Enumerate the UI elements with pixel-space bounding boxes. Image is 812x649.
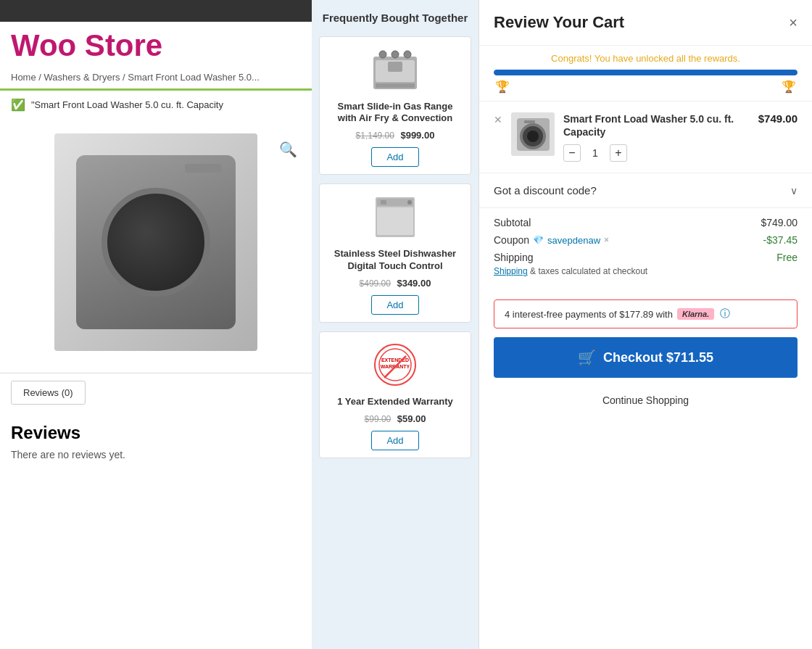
product-image-area: 🔍 bbox=[0, 119, 312, 365]
svg-point-4 bbox=[392, 51, 399, 58]
breadcrumb-text: Home / Washers & Dryers / Smart Front Lo… bbox=[11, 72, 260, 83]
breadcrumb: Home / Washers & Dryers / Smart Front Lo… bbox=[0, 66, 312, 91]
check-icon: ✅ bbox=[11, 98, 25, 112]
added-notice-text: "Smart Front Load Washer 5.0 cu. ft. Cap… bbox=[31, 99, 223, 110]
fbt-item-1-image bbox=[366, 44, 424, 95]
subtotal-value: $749.00 bbox=[761, 217, 798, 228]
subtotal-label: Subtotal bbox=[494, 217, 531, 228]
cart-close-button[interactable]: × bbox=[789, 15, 798, 31]
cart-item-remove-button[interactable]: ✕ bbox=[494, 114, 502, 125]
fbt-item-1-pricing: $1,149.00 $999.00 bbox=[327, 128, 463, 141]
reviews-heading: Reviews bbox=[11, 423, 301, 443]
zoom-icon[interactable]: 🔍 bbox=[279, 141, 297, 158]
rewards-bar-fill bbox=[494, 70, 798, 75]
rewards-progress-bar bbox=[494, 70, 798, 75]
checkout-button[interactable]: 🛒 Checkout $711.55 bbox=[494, 337, 798, 378]
cart-title: Review Your Cart bbox=[494, 13, 624, 32]
fbt-item-1-original-price: $1,149.00 bbox=[356, 131, 394, 141]
cart-items-list: ✕ Smart Front Load Washer 5.0 cu. ft. Ca… bbox=[479, 102, 812, 173]
fbt-item-3-sale-price: $59.00 bbox=[397, 413, 426, 424]
klarna-info-icon[interactable]: ⓘ bbox=[720, 307, 730, 321]
cart-item: ✕ Smart Front Load Washer 5.0 cu. ft. Ca… bbox=[494, 112, 798, 162]
continue-shopping: Continue Shopping bbox=[479, 386, 812, 414]
no-reviews-text: There are no reviews yet. bbox=[11, 449, 301, 460]
washer-body bbox=[76, 155, 236, 329]
fbt-item-3: EXTENDED WARRANTY 1 Year Extended Warran… bbox=[319, 331, 471, 458]
shipping-note: Shipping & taxes calculated at checkout bbox=[494, 266, 798, 276]
gem-icon: 💎 bbox=[533, 235, 544, 245]
svg-rect-9 bbox=[377, 207, 413, 235]
svg-point-11 bbox=[407, 200, 412, 204]
shipping-note-text: & taxes calculated at checkout bbox=[530, 266, 647, 276]
klarna-badge: Klarna. bbox=[677, 308, 714, 320]
quantity-decrease-button[interactable]: − bbox=[563, 144, 581, 162]
coupon-text: Coupon bbox=[494, 234, 529, 246]
dishwasher-icon bbox=[370, 194, 420, 241]
coupon-discount-value: -$37.45 bbox=[763, 234, 798, 246]
washer-drum bbox=[102, 188, 210, 297]
fbt-item-2: Stainless Steel Dishwasher Digital Touch… bbox=[319, 183, 471, 323]
trophy-left-icon: 🏆 bbox=[495, 80, 510, 94]
shipping-link[interactable]: Shipping bbox=[494, 266, 528, 276]
svg-point-19 bbox=[527, 131, 539, 142]
product-page: Woo Store Home / Washers & Dryers / Smar… bbox=[0, 0, 312, 649]
range-icon bbox=[370, 46, 420, 93]
frequently-bought-panel: Frequently Bought Together Smart Slide-i… bbox=[312, 0, 478, 649]
fbt-item-1-sale-price: $999.00 bbox=[400, 130, 434, 141]
fbt-item-2-original-price: $499.00 bbox=[360, 278, 391, 289]
svg-point-3 bbox=[379, 51, 386, 58]
svg-point-5 bbox=[404, 51, 411, 58]
reviews-section: Reviews There are no reviews yet. bbox=[0, 412, 312, 471]
chevron-down-icon: ∨ bbox=[790, 185, 798, 197]
coupon-name: savepdenaw bbox=[547, 235, 600, 246]
rewards-text: Congrats! You have unlocked all the rewa… bbox=[494, 53, 798, 64]
product-main-image bbox=[54, 133, 257, 351]
fbt-item-3-name: 1 Year Extended Warranty bbox=[327, 396, 463, 408]
fbt-item-2-add-button[interactable]: Add bbox=[371, 295, 418, 315]
svg-rect-2 bbox=[376, 83, 415, 88]
fbt-item-1-name: Smart Slide-in Gas Range with Air Fry & … bbox=[327, 101, 463, 125]
store-name: Woo Store bbox=[11, 29, 301, 62]
coupon-remove-button[interactable]: × bbox=[604, 235, 609, 245]
trophy-right-icon: 🏆 bbox=[782, 80, 796, 94]
coupon-label: Coupon 💎 savepdenaw × bbox=[494, 234, 609, 246]
discount-header[interactable]: Got a discount code? ∨ bbox=[494, 184, 798, 197]
cart-totals: Subtotal $749.00 Coupon 💎 savepdenaw × -… bbox=[479, 208, 812, 292]
continue-shopping-link[interactable]: Continue Shopping bbox=[602, 394, 689, 406]
cart-item-name: Smart Front Load Washer 5.0 cu. ft. Capa… bbox=[563, 112, 750, 139]
quantity-value: 1 bbox=[588, 147, 602, 159]
added-notice: ✅ "Smart Front Load Washer 5.0 cu. ft. C… bbox=[0, 91, 312, 119]
rewards-section: Congrats! You have unlocked all the rewa… bbox=[479, 46, 812, 102]
fbt-item-3-image: EXTENDED WARRANTY bbox=[366, 339, 424, 390]
fbt-item-3-pricing: $99.00 $59.00 bbox=[327, 412, 463, 425]
svg-rect-10 bbox=[381, 200, 386, 204]
fbt-item-1: Smart Slide-in Gas Range with Air Fry & … bbox=[319, 36, 471, 175]
fbt-item-2-image bbox=[366, 191, 424, 242]
reviews-tab-area: Reviews (0) bbox=[0, 373, 312, 412]
subtotal-row: Subtotal $749.00 bbox=[494, 217, 798, 228]
shipping-label: Shipping bbox=[494, 252, 534, 263]
svg-rect-6 bbox=[388, 62, 402, 72]
klarna-text: 4 interest-free payments of $177.89 with bbox=[505, 309, 673, 320]
reviews-tab[interactable]: Reviews (0) bbox=[11, 381, 86, 405]
fbt-item-3-add-button[interactable]: Add bbox=[371, 431, 418, 450]
fbt-item-2-name: Stainless Steel Dishwasher Digital Touch… bbox=[327, 248, 463, 273]
coupon-row: Coupon 💎 savepdenaw × -$37.45 bbox=[494, 234, 798, 246]
fbt-title: Frequently Bought Together bbox=[319, 11, 471, 25]
cart-item-details: Smart Front Load Washer 5.0 cu. ft. Capa… bbox=[563, 112, 750, 162]
cart-item-image bbox=[511, 112, 555, 156]
warranty-icon: EXTENDED WARRANTY bbox=[370, 342, 420, 389]
svg-rect-20 bbox=[524, 120, 535, 123]
discount-section: Got a discount code? ∨ bbox=[479, 173, 812, 208]
checkout-button-label: Checkout $711.55 bbox=[603, 350, 713, 365]
rewards-trophies: 🏆 🏆 bbox=[494, 80, 798, 94]
fbt-item-1-add-button[interactable]: Add bbox=[371, 147, 418, 167]
cart-header: Review Your Cart × bbox=[479, 0, 812, 46]
store-header: Woo Store bbox=[0, 22, 312, 66]
washer-top-controls bbox=[185, 164, 221, 173]
cart-qty-controls: − 1 + bbox=[563, 144, 750, 162]
quantity-increase-button[interactable]: + bbox=[610, 144, 627, 162]
klarna-section: 4 interest-free payments of $177.89 with… bbox=[494, 299, 798, 328]
cart-item-price: $749.00 bbox=[758, 112, 798, 125]
cart-washer-icon bbox=[513, 115, 553, 154]
